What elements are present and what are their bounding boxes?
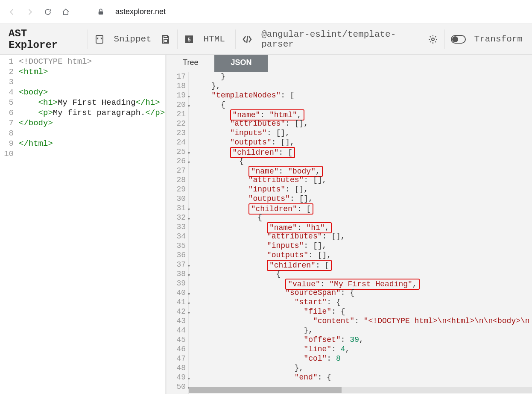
json-line[interactable]: "children": [ <box>193 147 532 156</box>
lock-icon <box>96 8 105 16</box>
json-line[interactable]: "attributes": [], <box>193 175 532 185</box>
line-number: 42▼ <box>167 307 186 316</box>
line-number: 1 <box>0 56 14 67</box>
json-line[interactable]: "children": [ <box>193 203 532 213</box>
language-select[interactable]: HTML <box>199 34 229 44</box>
fold-icon[interactable]: ▼ <box>188 149 190 158</box>
fold-icon[interactable]: ▼ <box>188 158 190 168</box>
source-line[interactable]: <p>My first paragraph.</p> <box>19 108 165 118</box>
source-line[interactable]: <html> <box>19 67 165 77</box>
language-icon[interactable]: 5 <box>184 33 195 45</box>
json-line[interactable]: "offset": 39, <box>193 335 532 344</box>
forward-icon[interactable] <box>26 8 34 16</box>
json-line[interactable]: }, <box>193 326 532 335</box>
json-line[interactable]: "end": { <box>193 373 532 382</box>
source-line[interactable]: <body> <box>19 87 165 97</box>
fold-icon[interactable]: ▼ <box>188 309 190 318</box>
back-icon[interactable] <box>8 8 16 16</box>
json-line[interactable]: }, <box>193 363 532 373</box>
source-line[interactable] <box>19 149 165 159</box>
source-line[interactable]: </html> <box>19 138 165 149</box>
url-text[interactable]: astexplorer.net <box>115 7 166 16</box>
reload-icon[interactable] <box>44 8 52 16</box>
save-icon[interactable] <box>160 33 171 45</box>
json-line[interactable]: "children": [ <box>193 260 532 269</box>
json-line[interactable]: "outputs": [], <box>193 194 532 203</box>
json-line[interactable]: "templateNodes": [ <box>193 91 532 100</box>
json-line[interactable]: "attributes": [], <box>193 232 532 241</box>
fold-icon[interactable]: ▼ <box>188 290 190 299</box>
source-line[interactable] <box>19 77 165 87</box>
json-code[interactable]: } }, "templateNodes": [ { "name": "html"… <box>189 72 532 394</box>
json-line[interactable]: }, <box>193 81 532 91</box>
json-line[interactable]: "inputs": [], <box>193 185 532 194</box>
json-line[interactable]: { <box>193 156 532 166</box>
json-line[interactable]: "file": { <box>193 307 532 316</box>
fold-icon[interactable]: ▼ <box>188 262 190 271</box>
line-number: 43 <box>167 316 186 326</box>
svg-rect-3 <box>164 40 167 42</box>
app-toolbar: AST Explorer Snippet 5 HTML @angular-esl… <box>0 24 532 55</box>
json-line[interactable]: { <box>193 213 532 222</box>
json-editor[interactable]: 171819▼20▼2122232425▼26▼2728293031▼32▼33… <box>167 72 532 394</box>
line-number: 20▼ <box>167 100 186 109</box>
transform-label[interactable]: Transform <box>470 34 527 44</box>
json-line[interactable]: "start": { <box>193 297 532 307</box>
line-number: 36 <box>167 250 186 260</box>
json-line[interactable]: "name": "body", <box>193 166 532 175</box>
json-line[interactable]: "inputs": [], <box>193 241 532 250</box>
json-line[interactable]: "value": "My First Heading", <box>193 279 532 288</box>
json-line[interactable]: } <box>193 72 532 81</box>
fold-icon[interactable]: ▼ <box>188 102 190 111</box>
json-line[interactable]: "outputs": [], <box>193 250 532 260</box>
line-number: 40▼ <box>167 288 186 297</box>
json-line[interactable]: "name": "html", <box>193 109 532 119</box>
json-line[interactable]: "content": "<!DOCTYPE html>\n<html>\n\n<… <box>193 316 532 326</box>
source-code[interactable]: <!DOCTYPE html><html><body> <h1>My First… <box>17 55 165 394</box>
source-line[interactable]: <h1>My First Heading</h1> <box>19 97 165 108</box>
source-line[interactable]: <!DOCTYPE html> <box>19 56 165 67</box>
home-icon[interactable] <box>61 8 70 16</box>
tab-json[interactable]: JSON <box>214 55 268 72</box>
settings-icon[interactable] <box>427 33 438 45</box>
separator <box>177 29 178 49</box>
parser-icon[interactable] <box>242 33 253 45</box>
tab-tree[interactable]: Tree <box>167 55 214 72</box>
source-editor[interactable]: 12345678910 <!DOCTYPE html><html><body> … <box>0 55 167 394</box>
fold-icon[interactable]: ▼ <box>188 271 190 280</box>
line-number: 35 <box>167 241 186 250</box>
horizontal-scrollbar[interactable] <box>189 387 532 393</box>
line-number: 23 <box>167 128 186 138</box>
json-line[interactable]: "col": 8 <box>193 354 532 363</box>
scrollbar-thumb[interactable] <box>189 387 342 393</box>
json-line[interactable]: "outputs": [], <box>193 138 532 147</box>
line-number: 17 <box>167 72 186 81</box>
json-line[interactable]: "attributes": [], <box>193 119 532 128</box>
json-line[interactable]: "name": "h1", <box>193 222 532 232</box>
json-line[interactable]: { <box>193 100 532 109</box>
line-number: 5 <box>0 97 14 108</box>
fold-icon[interactable]: ▼ <box>188 92 190 102</box>
json-line[interactable]: "sourceSpan": { <box>193 288 532 297</box>
json-line[interactable]: "inputs": [], <box>193 128 532 138</box>
snippet-button[interactable]: Snippet <box>109 34 155 44</box>
fold-icon[interactable]: ▼ <box>188 299 190 309</box>
main-split: 12345678910 <!DOCTYPE html><html><body> … <box>0 55 532 394</box>
line-number: 49▼ <box>167 373 186 382</box>
fold-icon[interactable]: ▼ <box>188 205 190 215</box>
parser-select[interactable]: @angular-eslint/template-parser <box>257 29 423 49</box>
json-line[interactable]: { <box>193 269 532 279</box>
transform-toggle[interactable] <box>451 35 465 44</box>
separator <box>444 29 445 49</box>
line-number: 39 <box>167 279 186 288</box>
source-line[interactable] <box>19 128 165 138</box>
separator <box>88 29 88 49</box>
fold-icon[interactable]: ▼ <box>188 215 190 224</box>
line-number: 2 <box>0 67 14 77</box>
fold-icon[interactable]: ▼ <box>188 374 190 384</box>
line-number: 21 <box>167 109 186 119</box>
source-line[interactable]: </body> <box>19 118 165 128</box>
snippet-icon[interactable] <box>94 33 105 45</box>
svg-point-5 <box>432 38 434 41</box>
json-line[interactable]: "line": 4, <box>193 344 532 354</box>
